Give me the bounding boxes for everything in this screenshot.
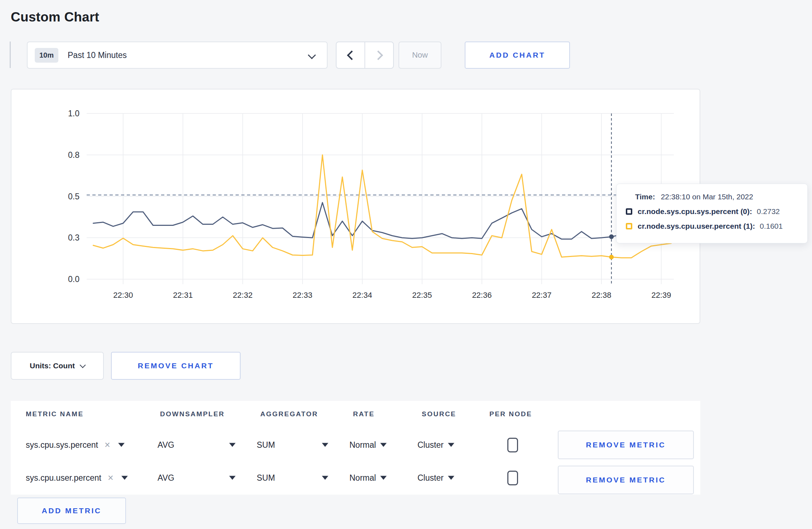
remove-chart-button[interactable]: REMOVE CHART (111, 352, 241, 380)
svg-text:0.8: 0.8 (68, 150, 79, 160)
metric-name-dropdown[interactable]: sys.cpu.user.percent × (26, 473, 128, 483)
add-chart-button[interactable]: ADD CHART (465, 42, 570, 69)
aggregator-value: SUM (257, 473, 275, 483)
svg-text:22:38: 22:38 (591, 291, 611, 300)
units-dropdown[interactable]: Units: Count (11, 352, 104, 380)
metric-name-dropdown[interactable]: sys.cpu.sys.percent × (26, 440, 125, 450)
aggregator-dropdown[interactable]: SUM (257, 473, 328, 483)
table-row: sys.cpu.user.percent × AVG SUM Normal Cl… (11, 461, 700, 495)
caret-down-icon (448, 476, 454, 480)
col-header-aggregator: AGGREGATOR (260, 410, 318, 418)
svg-text:22:33: 22:33 (293, 291, 312, 300)
col-header-per-node: PER NODE (489, 410, 532, 418)
tooltip-series-name: cr.node.sys.cpu.sys.percent (0): (638, 207, 752, 216)
remove-metric-button[interactable]: REMOVE METRIC (558, 466, 694, 494)
user-series-swatch-icon (626, 223, 632, 229)
caret-down-icon (322, 476, 328, 480)
tooltip-time-value: 22:38:10 on Mar 15th, 2022 (661, 193, 753, 201)
clear-metric-icon[interactable]: × (108, 473, 113, 483)
col-header-rate: RATE (353, 410, 374, 418)
timeseries-chart[interactable]: 1.00.80.50.30.022:3022:3122:3222:3322:34… (11, 89, 700, 323)
svg-text:22:30: 22:30 (113, 291, 133, 300)
caret-down-icon (121, 476, 128, 480)
per-node-checkbox[interactable] (507, 471, 518, 485)
page-title: Custom Chart (11, 10, 99, 25)
svg-text:0.0: 0.0 (68, 275, 79, 284)
svg-text:0.3: 0.3 (68, 233, 79, 242)
caret-down-icon (322, 443, 328, 447)
source-dropdown[interactable]: Cluster (417, 440, 454, 450)
svg-text:22:37: 22:37 (532, 291, 551, 300)
tooltip-series-row: cr.node.sys.cpu.sys.percent (0): 0.2732 (626, 207, 799, 216)
per-node-checkbox[interactable] (507, 438, 518, 452)
next-time-button[interactable] (365, 42, 393, 68)
time-nav-group (336, 42, 394, 69)
chart-card: 1.00.80.50.30.022:3022:3122:3222:3322:34… (11, 89, 700, 324)
table-row: sys.cpu.sys.percent × AVG SUM Normal Clu… (11, 428, 700, 462)
remove-metric-button[interactable]: REMOVE METRIC (558, 431, 694, 459)
downsampler-dropdown[interactable]: AVG (158, 473, 236, 483)
chevron-left-icon (347, 50, 357, 60)
now-button[interactable]: Now (398, 42, 441, 69)
downsampler-value: AVG (158, 473, 174, 483)
svg-text:0.5: 0.5 (68, 192, 79, 201)
aggregator-value: SUM (257, 440, 275, 450)
add-metric-button[interactable]: ADD METRIC (17, 498, 126, 524)
clear-metric-icon[interactable]: × (105, 440, 110, 450)
col-header-downsampler: DOWNSAMPLER (160, 410, 225, 418)
chevron-down-icon (308, 51, 316, 59)
caret-down-icon (229, 443, 236, 447)
chevron-down-icon (79, 362, 86, 368)
svg-text:22:31: 22:31 (173, 291, 193, 300)
downsampler-dropdown[interactable]: AVG (158, 440, 236, 450)
prev-time-button[interactable] (337, 42, 365, 68)
source-value: Cluster (417, 473, 444, 483)
time-range-label: Past 10 Minutes (68, 50, 127, 60)
svg-text:22:39: 22:39 (651, 291, 671, 300)
tooltip-time-row: Time:22:38:10 on Mar 15th, 2022 (635, 193, 799, 201)
caret-down-icon (380, 476, 387, 480)
source-value: Cluster (417, 440, 444, 450)
downsampler-value: AVG (158, 440, 174, 450)
tooltip-time-label: Time: (635, 193, 655, 201)
metric-name: sys.cpu.sys.percent (26, 440, 98, 450)
sys-series-swatch-icon (626, 208, 632, 215)
metrics-table: METRIC NAME DOWNSAMPLER AGGREGATOR RATE … (11, 401, 700, 495)
metric-name: sys.cpu.user.percent (26, 473, 101, 483)
caret-down-icon (380, 443, 387, 447)
caret-down-icon (118, 443, 125, 447)
aggregator-dropdown[interactable]: SUM (257, 440, 328, 450)
svg-text:22:36: 22:36 (472, 291, 492, 300)
units-label: Units: Count (30, 361, 75, 370)
chart-tooltip: Time:22:38:10 on Mar 15th, 2022 cr.node.… (616, 184, 808, 243)
svg-text:22:35: 22:35 (412, 291, 432, 300)
svg-text:22:32: 22:32 (233, 291, 252, 300)
svg-text:22:34: 22:34 (352, 291, 372, 300)
tooltip-series-value: 0.1601 (760, 222, 783, 230)
rate-dropdown[interactable]: Normal (349, 473, 387, 483)
svg-text:1.0: 1.0 (68, 109, 79, 118)
caret-down-icon (229, 476, 236, 480)
col-header-metric-name: METRIC NAME (26, 410, 84, 418)
rate-dropdown[interactable]: Normal (349, 440, 387, 450)
tooltip-series-row: cr.node.sys.cpu.user.percent (1): 0.1601 (626, 222, 799, 230)
tooltip-series-name: cr.node.sys.cpu.user.percent (1): (638, 222, 755, 230)
caret-down-icon (448, 443, 454, 447)
chevron-right-icon (373, 50, 383, 60)
rate-value: Normal (349, 440, 376, 450)
left-divider (10, 42, 11, 68)
tooltip-series-value: 0.2732 (757, 207, 780, 216)
rate-value: Normal (349, 473, 376, 483)
custom-chart-page: Custom Chart 10m Past 10 Minutes Now ADD… (0, 0, 812, 529)
time-range-dropdown[interactable]: 10m Past 10 Minutes (27, 42, 328, 69)
source-dropdown[interactable]: Cluster (417, 473, 454, 483)
col-header-source: SOURCE (422, 410, 456, 418)
time-range-badge: 10m (35, 48, 58, 63)
